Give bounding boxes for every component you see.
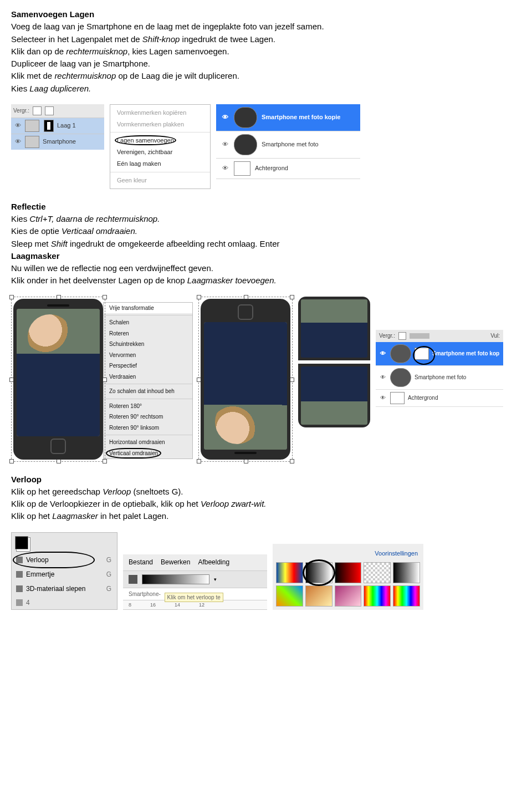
layer-thumb bbox=[234, 107, 257, 128]
gradient-swatch[interactable] bbox=[364, 562, 391, 583]
menu-item[interactable]: Schalen bbox=[104, 317, 192, 328]
gradient-swatch[interactable] bbox=[393, 585, 420, 607]
eye-icon[interactable]: 👁 bbox=[221, 113, 229, 121]
menu-item[interactable]: Horizontaal omdraaien bbox=[104, 437, 192, 448]
menu-item[interactable]: Vervormen bbox=[104, 350, 192, 361]
text: Klik op het Laagmasker in het palet Lage… bbox=[11, 511, 521, 522]
layer-row[interactable]: 👁 Achtergrond bbox=[376, 390, 503, 407]
eye-icon[interactable]: 👁 bbox=[379, 374, 387, 381]
layer-mask-thumb bbox=[44, 120, 54, 132]
text: Kies de optie Verticaal omdraaien. bbox=[11, 226, 521, 237]
shortcut: G bbox=[106, 584, 111, 593]
menu-bewerken[interactable]: Bewerken bbox=[161, 558, 190, 567]
gradient-swatch-black-white[interactable] bbox=[305, 562, 332, 583]
menu-item[interactable]: Vormkenmerken plakken bbox=[110, 119, 210, 130]
tool-label: Verloop bbox=[26, 556, 49, 564]
gradient-swatch[interactable] bbox=[393, 562, 420, 583]
menu-item[interactable]: Perspectief bbox=[104, 360, 192, 371]
gradient-swatch[interactable] bbox=[364, 585, 391, 607]
options-bar: Bestand Bewerken Afbeelding ▾ Smartphone… bbox=[123, 554, 267, 610]
tool-3d-material[interactable]: 3D-materiaal slepen G bbox=[12, 582, 117, 596]
layer-mask-thumb[interactable] bbox=[415, 348, 429, 360]
menu-bestand[interactable]: Bestand bbox=[129, 558, 153, 567]
menu-item[interactable]: Verenigen, zichtbaar bbox=[110, 146, 210, 158]
menu-item[interactable]: Schuintrekken bbox=[104, 339, 192, 350]
layer-row[interactable]: 👁 Smartphone met foto bbox=[376, 366, 503, 390]
transform-bounding-box-flipped[interactable] bbox=[198, 297, 293, 462]
layer-thumb bbox=[390, 344, 411, 363]
menu-item[interactable]: Eén laag maken bbox=[110, 158, 210, 170]
text: Nu willen we de reflectie nog een verdwi… bbox=[11, 263, 521, 274]
document-tab[interactable]: Smartphone- bbox=[129, 591, 161, 597]
menu-item[interactable]: Verdraaien bbox=[104, 371, 192, 383]
gradient-swatch[interactable] bbox=[276, 562, 303, 583]
gradient-swatch[interactable] bbox=[335, 585, 362, 607]
tooltip: Klik om het verloop te bbox=[165, 593, 223, 602]
gradient-picker[interactable] bbox=[142, 574, 209, 584]
phone-mockup bbox=[13, 299, 103, 460]
layer-label: Smartphone met foto bbox=[415, 374, 466, 381]
tool-below: 4 bbox=[12, 596, 117, 609]
eye-icon[interactable]: 👁 bbox=[379, 350, 387, 358]
menu-bar: Bestand Bewerken Afbeelding bbox=[123, 554, 267, 570]
layer-thumb bbox=[390, 368, 411, 387]
layers-panel-mask: Vergr.: Vul: 👁 Smartphone met foto kop 👁… bbox=[376, 330, 503, 407]
tool-bucket[interactable]: Emmertje G bbox=[12, 567, 117, 582]
layer-row-kopie[interactable]: 👁 Smartphone met foto kopie bbox=[216, 104, 360, 131]
gradient-swatch[interactable] bbox=[276, 585, 303, 607]
layer-row-smartphone[interactable]: 👁 Smartphone bbox=[11, 134, 104, 150]
menu-item[interactable]: Roteren 90° rechtsom bbox=[104, 411, 192, 422]
layer-row[interactable]: 👁 Smartphone met foto bbox=[216, 131, 360, 159]
layer-thumb bbox=[25, 120, 39, 132]
menu-item[interactable]: Vormkenmerken kopiëren bbox=[110, 107, 210, 119]
menu-item[interactable]: Vrije transformatie bbox=[104, 303, 192, 314]
menu-afbeelding[interactable]: Afbeelding bbox=[198, 558, 229, 567]
menu-item-flip-vertical[interactable]: Verticaal omdraaien bbox=[104, 448, 192, 459]
text: Klik op het gereedschap Verloop (sneltoe… bbox=[11, 486, 521, 497]
subheading-laagmasker: Laagmasker bbox=[11, 251, 521, 262]
layer-label: Laag 1 bbox=[57, 121, 76, 130]
layer-row[interactable]: 👁 Achtergrond bbox=[216, 159, 360, 179]
gradient-swatch[interactable] bbox=[335, 562, 362, 583]
layer-row-kopie[interactable]: 👁 Smartphone met foto kop bbox=[376, 342, 503, 366]
phone-with-reflection bbox=[298, 297, 370, 427]
shortcut: G bbox=[106, 570, 111, 579]
layer-label: Smartphone met foto kopie bbox=[262, 113, 340, 121]
menu-item[interactable]: Roteren bbox=[104, 328, 192, 339]
menu-item[interactable]: Roteren 180° bbox=[104, 401, 192, 412]
gradient-swatch[interactable] bbox=[305, 585, 332, 607]
layers-panel-large: 👁 Smartphone met foto kopie 👁 Smartphone… bbox=[216, 104, 360, 179]
slider-icon[interactable] bbox=[410, 333, 429, 339]
eye-icon[interactable]: 👁 bbox=[221, 140, 229, 149]
text: Voeg de laag van je Smartphone en de laa… bbox=[11, 21, 521, 32]
color-swatch-icon[interactable] bbox=[15, 536, 28, 549]
checkbox-icon bbox=[33, 106, 42, 115]
dropdown-arrow-icon[interactable]: ▾ bbox=[214, 576, 217, 583]
gradient-presets-panel: Voorinstellingen bbox=[273, 544, 423, 610]
layer-label: Smartphone met foto kop bbox=[432, 350, 499, 358]
text: Klik dan op de rechtermuisknop, kies Lag… bbox=[11, 46, 521, 57]
heading-reflectie: Reflectie bbox=[11, 201, 521, 212]
tool-label: Emmertje bbox=[26, 570, 54, 579]
menu-item-merge-layers[interactable]: Lagen samenvoegen bbox=[110, 135, 210, 146]
layer-row-laag1[interactable]: 👁 Laag 1 bbox=[11, 118, 104, 134]
text: Kies Ctrl+T, daarna de rechtermuisknop. bbox=[11, 213, 521, 225]
eye-icon[interactable]: 👁 bbox=[14, 137, 22, 146]
menu-item[interactable]: Roteren 90° linksom bbox=[104, 422, 192, 434]
checkbox-icon bbox=[45, 106, 54, 115]
menu-item[interactable]: Geen kleur bbox=[110, 175, 210, 186]
transform-bounding-box[interactable] bbox=[11, 297, 105, 462]
text: Sleep met Shift ingedrukt de omgekeerde … bbox=[11, 238, 521, 249]
tool-label: 3D-materiaal slepen bbox=[26, 584, 85, 593]
context-menu-transform: Vrije transformatie Schalen Roteren Schu… bbox=[103, 302, 193, 460]
layer-thumb bbox=[234, 134, 257, 155]
tool-gradient[interactable]: Verloop G bbox=[12, 553, 117, 567]
menu-item[interactable]: Zo schalen dat inhoud beh bbox=[104, 386, 192, 397]
context-menu-layers: Vormkenmerken kopiëren Vormkenmerken pla… bbox=[110, 104, 211, 189]
eye-icon[interactable]: 👁 bbox=[221, 164, 229, 172]
gradient-tool-icon bbox=[129, 575, 137, 584]
eye-icon[interactable]: 👁 bbox=[379, 394, 387, 402]
layer-thumb bbox=[234, 161, 250, 176]
tool-flyout: Verloop G Emmertje G 3D-materiaal slepen… bbox=[11, 532, 117, 610]
eye-icon[interactable]: 👁 bbox=[14, 121, 22, 130]
